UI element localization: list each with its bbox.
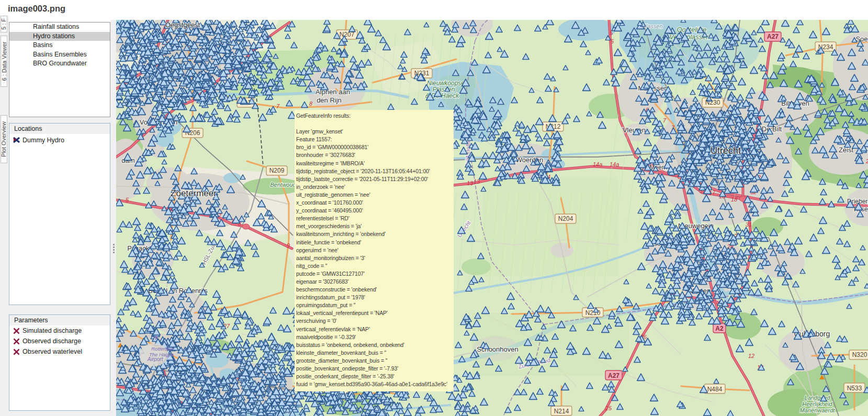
svg-text:Zoetermeer: Zoetermeer xyxy=(171,188,217,198)
svg-text:5: 5 xyxy=(611,38,614,44)
svg-text:N209: N209 xyxy=(269,167,285,174)
svg-text:8: 8 xyxy=(309,100,313,107)
svg-text:12: 12 xyxy=(748,353,754,359)
svg-text:Soest: Soest xyxy=(855,35,868,43)
svg-text:Heerlijkheid: Heerlijkheid xyxy=(802,401,832,407)
svg-text:Bentwoud: Bentwoud xyxy=(270,182,297,188)
svg-text:Landgoed: Landgoed xyxy=(805,395,831,401)
svg-text:2: 2 xyxy=(865,158,868,164)
svg-text:N210: N210 xyxy=(585,309,601,317)
svg-text:14a: 14a xyxy=(593,161,602,167)
svg-text:N484: N484 xyxy=(707,386,723,393)
svg-text:5: 5 xyxy=(126,197,129,203)
svg-text:Oegstgeest: Oegstgeest xyxy=(165,21,200,29)
svg-text:Rotterdam: Rotterdam xyxy=(151,346,174,352)
svg-text:9: 9 xyxy=(287,242,290,249)
svg-text:N533: N533 xyxy=(847,385,862,392)
svg-text:A2: A2 xyxy=(715,325,724,332)
svg-text:N214: N214 xyxy=(554,408,569,415)
svg-text:14a: 14a xyxy=(610,161,619,167)
svg-text:Utrecht: Utrecht xyxy=(711,145,741,156)
svg-text:7: 7 xyxy=(276,103,280,109)
svg-text:N320: N320 xyxy=(852,351,867,358)
svg-text:✈: ✈ xyxy=(153,334,159,342)
svg-text:18: 18 xyxy=(731,196,738,203)
svg-text:7: 7 xyxy=(663,117,667,123)
svg-text:13: 13 xyxy=(467,180,474,186)
svg-text:den Rijn: den Rijn xyxy=(317,96,342,104)
svg-text:A27: A27 xyxy=(608,372,619,379)
svg-text:Mariënwaerdt: Mariënwaerdt xyxy=(800,407,836,413)
svg-text:25: 25 xyxy=(605,405,612,411)
svg-text:Airport: Airport xyxy=(147,356,164,362)
svg-text:31: 31 xyxy=(746,221,752,228)
svg-text:N204: N204 xyxy=(558,215,573,222)
svg-text:A27: A27 xyxy=(767,33,779,40)
